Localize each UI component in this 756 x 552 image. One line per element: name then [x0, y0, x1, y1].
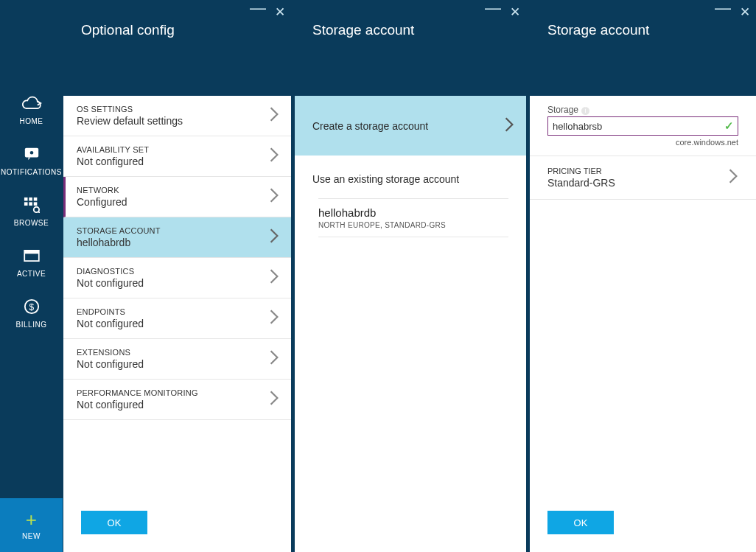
config-row-value: Not configured — [77, 358, 144, 370]
config-row-value: Not configured — [77, 399, 198, 410]
config-row-performance-monitoring[interactable]: PERFORMANCE MONITORINGNot configured — [63, 380, 291, 420]
sidebar-item-label: BILLING — [16, 321, 47, 329]
close-icon[interactable]: ✕ — [510, 4, 520, 20]
svg-rect-3 — [29, 198, 32, 201]
config-row-label: NETWORK — [77, 186, 127, 195]
sidebar-item-label: HOME — [20, 117, 43, 125]
config-row-label: DIAGNOSTICS — [77, 267, 144, 276]
chevron-right-icon — [269, 228, 279, 247]
storage-field-label: Storagei — [547, 105, 738, 115]
blade-storage-account-create: — ✕ Storage account Storagei ✓ core.wind… — [529, 0, 756, 552]
storage-name-input[interactable] — [547, 116, 738, 136]
close-icon[interactable]: ✕ — [740, 4, 750, 20]
grid-icon — [21, 197, 42, 213]
svg-rect-5 — [24, 202, 27, 206]
blade-title: Optional config — [81, 22, 291, 38]
cloud-icon — [21, 95, 42, 111]
sidebar-item-billing[interactable]: $ BILLING — [0, 288, 63, 339]
sidebar-item-label: NEW — [22, 532, 41, 540]
config-row-extensions[interactable]: EXTENSIONSNot configured — [63, 339, 291, 380]
config-row-value: Configured — [77, 196, 127, 208]
config-row-storage-account[interactable]: STORAGE ACCOUNThellohabrdb — [63, 217, 291, 258]
sidebar-item-label: NOTIFICATIONS — [1, 168, 62, 176]
window-icon — [21, 248, 42, 264]
pricing-tier-row[interactable]: PRICING TIER Standard-GRS — [530, 156, 756, 200]
ok-button[interactable]: OK — [547, 511, 614, 534]
config-row-value: Not configured — [77, 277, 144, 289]
existing-storage-name: hellohabrdb — [318, 206, 508, 219]
chevron-right-icon — [269, 309, 279, 328]
sidebar-item-new[interactable]: + NEW — [0, 498, 63, 552]
storage-suffix: core.windows.net — [547, 138, 738, 147]
chevron-right-icon — [269, 390, 279, 409]
blade-header: — ✕ Storage account — [295, 0, 526, 96]
notification-icon — [21, 146, 42, 162]
config-row-value: hellohabrdb — [77, 237, 161, 248]
config-row-availability-set[interactable]: AVAILABILITY SETNot configured — [63, 136, 291, 177]
svg-rect-6 — [29, 202, 32, 206]
sidebar-item-home[interactable]: HOME — [0, 85, 63, 136]
info-icon[interactable]: i — [581, 107, 589, 115]
svg-rect-2 — [24, 198, 27, 201]
chevron-right-icon — [504, 116, 514, 135]
minimize-icon[interactable]: — — [485, 4, 501, 20]
minimize-icon[interactable]: — — [250, 4, 266, 20]
blade-storage-account-picker: — ✕ Storage account Create a storage acc… — [294, 0, 526, 552]
plus-icon: + — [26, 510, 38, 529]
blade-optional-config: — ✕ Optional config OS SETTINGSReview de… — [63, 0, 291, 552]
config-row-diagnostics[interactable]: DIAGNOSTICSNot configured — [63, 258, 291, 298]
billing-icon: $ — [21, 298, 42, 315]
sidebar-item-label: BROWSE — [14, 219, 49, 227]
blade-title: Storage account — [547, 22, 756, 38]
svg-rect-11 — [24, 251, 39, 254]
create-storage-label: Create a storage account — [312, 120, 428, 132]
chevron-right-icon — [269, 349, 279, 368]
config-row-label: OS SETTINGS — [77, 105, 183, 113]
config-row-label: STORAGE ACCOUNT — [77, 226, 161, 235]
config-row-value: Review default settings — [77, 115, 183, 127]
chevron-right-icon — [269, 187, 279, 206]
config-row-os-settings[interactable]: OS SETTINGSReview default settings — [63, 96, 291, 136]
pricing-tier-label: PRICING TIER — [547, 167, 615, 175]
existing-storage-item[interactable]: hellohabrdb NORTH EUROPE, STANDARD-GRS — [318, 198, 508, 237]
ok-button[interactable]: OK — [81, 511, 147, 534]
pricing-tier-value: Standard-GRS — [547, 177, 615, 189]
existing-header: Use an existing storage account — [312, 173, 508, 185]
config-row-network[interactable]: NETWORKConfigured — [63, 177, 291, 217]
svg-line-9 — [38, 212, 40, 213]
blade-header: — ✕ Optional config — [63, 0, 291, 96]
svg-text:$: $ — [29, 302, 34, 312]
svg-rect-7 — [33, 202, 37, 206]
sidebar-item-label: ACTIVE — [17, 270, 46, 278]
checkmark-icon: ✓ — [724, 119, 734, 133]
sidebar-item-browse[interactable]: BROWSE — [0, 186, 63, 237]
existing-storage-meta: NORTH EUROPE, STANDARD-GRS — [318, 221, 508, 229]
sidebar: HOME NOTIFICATIONS BROWSE ACTIVE $ BILLI… — [0, 0, 63, 552]
config-row-label: PERFORMANCE MONITORING — [77, 388, 198, 397]
config-row-label: EXTENSIONS — [77, 348, 144, 357]
sidebar-item-active[interactable]: ACTIVE — [0, 237, 63, 288]
svg-rect-4 — [33, 198, 37, 201]
chevron-right-icon — [269, 106, 279, 125]
chevron-right-icon — [728, 168, 738, 187]
config-row-label: ENDPOINTS — [77, 307, 144, 316]
create-storage-account-row[interactable]: Create a storage account — [295, 96, 526, 156]
config-row-label: AVAILABILITY SET — [77, 145, 149, 154]
close-icon[interactable]: ✕ — [275, 4, 285, 20]
config-row-endpoints[interactable]: ENDPOINTSNot configured — [63, 298, 291, 339]
svg-point-1 — [29, 151, 33, 155]
config-row-value: Not configured — [77, 318, 144, 329]
blade-header: — ✕ Storage account — [530, 0, 756, 96]
chevron-right-icon — [269, 147, 279, 166]
blade-title: Storage account — [312, 22, 526, 38]
config-row-value: Not configured — [77, 156, 149, 167]
sidebar-item-notifications[interactable]: NOTIFICATIONS — [0, 136, 63, 186]
svg-point-8 — [33, 207, 38, 212]
chevron-right-icon — [269, 268, 279, 287]
minimize-icon[interactable]: — — [715, 4, 731, 20]
